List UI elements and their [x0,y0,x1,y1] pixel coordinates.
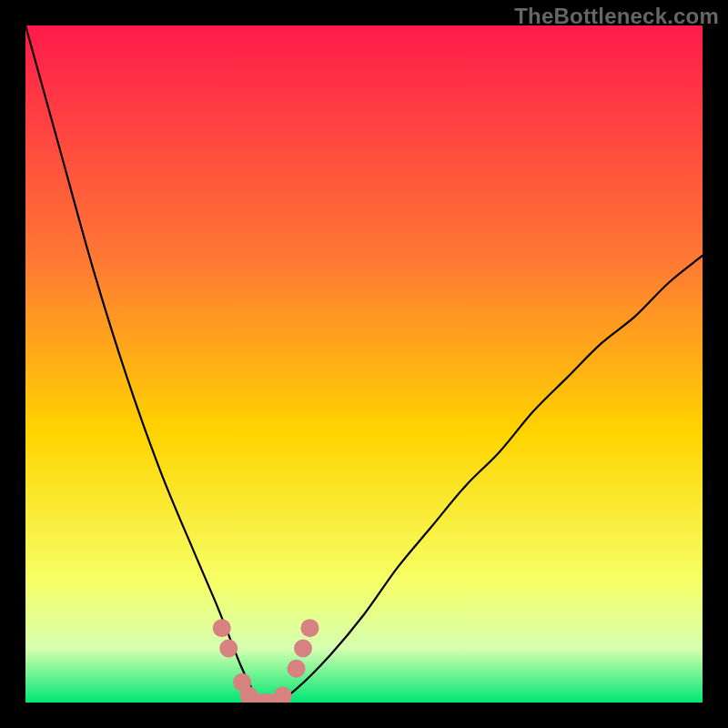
dip-marker [300,619,318,637]
dip-marker [288,660,306,678]
plot-area [25,25,703,703]
dip-marker [213,619,231,637]
gradient-background [25,25,703,703]
dip-marker [294,639,312,657]
dip-marker [219,639,238,657]
chart-frame: TheBottleneck.com [0,0,728,728]
bottleneck-chart [25,25,703,703]
